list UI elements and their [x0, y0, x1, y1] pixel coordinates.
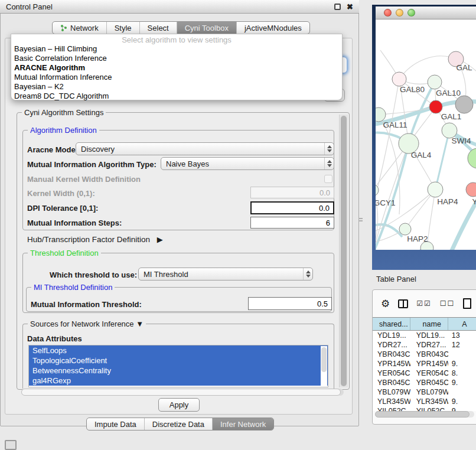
- table-panel-toolbar: ⚙ ☑☑ ☐☐: [373, 290, 476, 318]
- mi-steps-field[interactable]: [250, 217, 334, 229]
- node-gal10[interactable]: [428, 75, 442, 89]
- table-row[interactable]: YLR345WYLR345W9.: [373, 397, 476, 406]
- columns-icon[interactable]: [398, 299, 408, 308]
- dpi-tolerance-field[interactable]: [250, 201, 334, 214]
- gear-icon[interactable]: ⚙: [381, 299, 390, 309]
- network-canvas[interactable]: GALGAL80GAL10GAL1GAL11SWI4GAL4GCY1HAP4YH…: [376, 19, 476, 250]
- manual-kernel-checkbox[interactable]: [324, 175, 332, 183]
- node-hap2[interactable]: [399, 223, 411, 235]
- network-window-titlebar[interactable]: [376, 6, 476, 19]
- minimized-panel-icon[interactable]: [5, 440, 17, 450]
- table-row[interactable]: YBR045CYBR045C9.: [373, 378, 476, 387]
- column-header[interactable]: shared...: [373, 318, 410, 330]
- table-panel-window: ⚙ ☑☑ ☐☐ shared...nameA YDL19...YDL19...1…: [372, 289, 476, 425]
- node-label: GAL: [456, 63, 472, 72]
- mi-steps-label: Mutual Information Steps:: [27, 219, 122, 227]
- attribute-list-item[interactable]: TopologicalCoefficient: [29, 356, 328, 366]
- node-gray[interactable]: [455, 96, 473, 113]
- tab-network[interactable]: Network: [53, 22, 106, 34]
- column-header[interactable]: name: [410, 318, 448, 330]
- node-label: GAL1: [441, 112, 462, 121]
- algorithm-definition-title: Algorithm Definition: [28, 126, 99, 135]
- select-all-checkboxes-icon[interactable]: ☑☑: [416, 299, 432, 308]
- combo-stepper-icon: [324, 143, 334, 155]
- algorithm-option[interactable]: Dream8 DC_TDC Algorithm: [11, 92, 342, 101]
- tab-jactivemnodules[interactable]: jActiveMNodules: [236, 22, 309, 34]
- which-threshold-combo[interactable]: MI Threshold: [138, 268, 313, 281]
- node-label: GAL11: [383, 120, 407, 129]
- mi-type-label: Mutual Information Algorithm Type:: [27, 160, 157, 169]
- export-table-icon[interactable]: [463, 298, 471, 309]
- table-body: YDL19...YDL19...13YDR27...YDR27...12YBR0…: [373, 331, 476, 411]
- control-panel-title: Control Panel: [6, 2, 334, 11]
- table-row[interactable]: YER054CYER054C8.: [373, 369, 476, 378]
- network-edge[interactable]: [435, 131, 449, 190]
- node-gal80[interactable]: [392, 72, 406, 86]
- collapse-arrow-icon[interactable]: ▼: [136, 319, 144, 328]
- hub-section-toggle[interactable]: Hub/Transcription Factor Definition ▶: [27, 235, 163, 244]
- sources-group-title: Sources for Network Inference ▼: [28, 319, 146, 328]
- algorithm-dropdown-placeholder: Select algorithm to view settings: [11, 35, 342, 44]
- float-panel-icon[interactable]: [334, 4, 341, 10]
- tab-impute-data[interactable]: Impute Data: [87, 418, 144, 430]
- network-edge[interactable]: [399, 56, 456, 79]
- deselect-all-checkboxes-icon[interactable]: ☐☐: [440, 299, 455, 308]
- minimize-window-icon[interactable]: [396, 9, 403, 17]
- data-attributes-label: Data Attributes: [27, 334, 82, 343]
- tab-discretize-data[interactable]: Discretize Data: [144, 418, 212, 430]
- aracne-mode-label: Aracne Mode:: [27, 145, 78, 154]
- tab-infer-network[interactable]: Infer Network: [212, 418, 273, 430]
- node-label: GAL4: [411, 151, 432, 159]
- column-header[interactable]: A: [448, 318, 476, 330]
- kernel-width-label: Kernel Width (0,1):: [27, 189, 95, 198]
- algorithm-option[interactable]: Bayesian – K2: [11, 82, 342, 92]
- mi-type-combo[interactable]: Naive Bayes: [161, 157, 334, 170]
- table-header-row: shared...nameA: [373, 318, 476, 331]
- table-row[interactable]: YPR145WYPR145W9.: [373, 359, 476, 369]
- which-threshold-label: Which threshold to use:: [50, 270, 137, 279]
- algorithm-dropdown-list: Bayesian – Hill ClimbingBasic Correlatio…: [11, 44, 342, 101]
- cyni-bottom-tabbar: Impute DataDiscretize DataInfer Network: [86, 418, 274, 431]
- node-green-right[interactable]: [468, 148, 476, 168]
- tab-style[interactable]: Style: [106, 22, 139, 34]
- data-attributes-list: SelfLoopsTopologicalCoefficientBetweenne…: [28, 345, 328, 387]
- algorithm-option[interactable]: ARACNE Algorithm: [11, 63, 342, 73]
- table-row[interactable]: YDL19...YDL19...13: [373, 331, 476, 340]
- node-gal11[interactable]: [376, 107, 386, 122]
- tab-select[interactable]: Select: [139, 22, 177, 34]
- aracne-mode-combo[interactable]: Discovery: [76, 142, 334, 155]
- apply-button[interactable]: Apply: [158, 398, 200, 412]
- network-view-window: GALGAL80GAL10GAL1GAL11SWI4GAL4GCY1HAP4YH…: [372, 5, 476, 270]
- settings-horizontal-scrollbar[interactable]: [21, 389, 344, 396]
- table-row[interactable]: YBL079WYBL079W: [373, 387, 476, 397]
- tab-cyni-toolbox[interactable]: Cyni Toolbox: [177, 22, 236, 34]
- table-row[interactable]: YDR27...YDR27...12: [373, 340, 476, 350]
- algorithm-option[interactable]: Basic Correlation Inference: [11, 54, 342, 63]
- close-window-icon[interactable]: [384, 9, 392, 17]
- algorithm-option[interactable]: Mutual Information Inference: [11, 73, 342, 82]
- network-icon: [60, 24, 67, 31]
- table-horizontal-scrollbar[interactable]: [375, 411, 474, 418]
- zoom-window-icon[interactable]: [407, 9, 415, 17]
- node-label: GCY1: [376, 198, 395, 207]
- panel-splitter-handle[interactable]: [358, 216, 363, 223]
- node-label: GAL80: [400, 85, 425, 94]
- settings-vertical-scrollbar[interactable]: [339, 115, 348, 387]
- attributes-list-scrollbar[interactable]: [321, 346, 327, 386]
- network-edge[interactable]: [376, 248, 427, 250]
- node-hap4[interactable]: [428, 182, 443, 197]
- attribute-list-item[interactable]: gal4RGexp: [29, 376, 328, 386]
- combo-stepper-icon: [303, 268, 312, 280]
- dpi-tolerance-label: DPI Tolerance [0,1]:: [27, 204, 98, 213]
- algorithm-option[interactable]: Bayesian – Hill Climbing: [11, 44, 342, 54]
- table-row[interactable]: YIL052CYIL052C9: [373, 406, 476, 411]
- kernel-width-field[interactable]: [250, 187, 334, 198]
- attribute-list-item[interactable]: SelfLoops: [29, 345, 328, 356]
- node-gal1[interactable]: [429, 100, 442, 113]
- node-salmon[interactable]: [466, 182, 476, 197]
- attribute-list-item[interactable]: BetweennessCentrality: [29, 366, 328, 376]
- close-panel-icon[interactable]: ✖: [347, 4, 353, 10]
- expand-arrow-icon[interactable]: ▶: [157, 235, 163, 244]
- table-row[interactable]: YBR043CYBR043C: [373, 350, 476, 359]
- mi-threshold-field[interactable]: [248, 297, 332, 310]
